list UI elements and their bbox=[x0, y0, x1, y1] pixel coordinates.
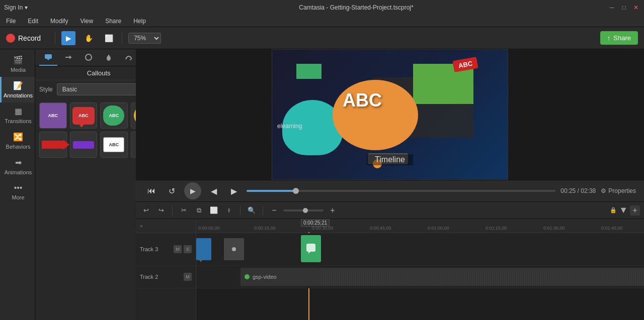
timeline-ruler: 0:00:00,00 0:00:15,00 0:00:30,00 0:00:45… bbox=[196, 219, 644, 233]
tl-divider2 bbox=[240, 206, 240, 215]
paste-button[interactable]: ⬜ bbox=[208, 204, 220, 217]
share-button[interactable]: ↑ Share bbox=[600, 31, 638, 45]
more-icon: ••• bbox=[14, 183, 23, 192]
tab-sketch[interactable] bbox=[120, 51, 138, 66]
time-slider[interactable] bbox=[247, 190, 555, 192]
minimize-button[interactable]: ─ bbox=[608, 4, 616, 12]
add-track-button[interactable]: + bbox=[630, 205, 640, 216]
redo-button[interactable]: ↪ bbox=[155, 204, 167, 217]
frame-back-button[interactable]: ◀ bbox=[206, 183, 221, 198]
menubar: File Edit Modify View Share Help bbox=[0, 15, 644, 27]
loop-button[interactable]: ↺ bbox=[164, 183, 179, 198]
track-2-mute[interactable]: M bbox=[184, 273, 192, 281]
content-area: 🎬 Media 📝 Annotations ▦ Transitions 🔀 Be… bbox=[0, 49, 644, 320]
sidebar-label-transitions: Transitions bbox=[5, 118, 31, 124]
animations-icon: ➡ bbox=[15, 158, 22, 167]
ruler-mark-75: 0:01:15,00 bbox=[486, 226, 507, 231]
tl-divider1 bbox=[172, 206, 173, 215]
properties-label: Properties bbox=[608, 187, 636, 194]
clip-blue[interactable] bbox=[196, 238, 211, 260]
svg-point-4 bbox=[86, 54, 92, 60]
sidebar-item-behaviors[interactable]: 🔀 Behaviors bbox=[0, 128, 35, 154]
track-3-solo[interactable]: S bbox=[184, 245, 192, 253]
zoom-in-button[interactable]: + bbox=[327, 204, 339, 217]
tab-callouts[interactable] bbox=[39, 51, 57, 66]
video-clip-label: gsp-video bbox=[253, 274, 277, 280]
sidebar-item-transitions[interactable]: ▦ Transitions bbox=[0, 102, 35, 128]
expand-icon[interactable]: ▼ bbox=[619, 205, 628, 216]
sidebar-item-animations[interactable]: ➡ Animations bbox=[0, 154, 35, 179]
maximize-button[interactable]: □ bbox=[620, 4, 628, 12]
track-3-controls: M S bbox=[174, 245, 192, 253]
sign-in-button[interactable]: Sign In ▾ bbox=[4, 4, 28, 11]
ruler-mark-105: 0:01:45,00 bbox=[601, 226, 623, 231]
menu-share[interactable]: Share bbox=[103, 17, 123, 26]
menu-file[interactable]: File bbox=[4, 17, 18, 26]
sidebar-item-annotations[interactable]: 📝 Annotations bbox=[0, 77, 35, 102]
tool-pan[interactable]: ✋ bbox=[82, 31, 96, 45]
playhead-box: 0:00:25;21 bbox=[301, 219, 330, 227]
media-icon: 🎬 bbox=[13, 55, 23, 65]
zoom-out-button[interactable]: − bbox=[268, 204, 280, 217]
callout-purple-rect[interactable]: ABC bbox=[39, 102, 67, 129]
annotations-icon: 📝 bbox=[13, 81, 23, 90]
callout-white-box[interactable]: ABC bbox=[100, 132, 128, 158]
properties-button[interactable]: ⚙ Properties bbox=[601, 187, 636, 194]
track-3-content: ▼ bbox=[196, 233, 644, 266]
sidebar-item-media[interactable]: 🎬 Media bbox=[0, 51, 35, 77]
split-button[interactable]: ⫳ bbox=[223, 204, 235, 217]
search-button[interactable]: 🔍 bbox=[246, 204, 258, 217]
playhead-time: 0:00:25;21 bbox=[303, 220, 327, 226]
callouts-tab-icon bbox=[44, 53, 52, 61]
sidebar-label-annotations: Annotations bbox=[4, 92, 33, 98]
track-header-dot: ● bbox=[140, 223, 143, 229]
preview-area: ABC ABC elearning Timeline bbox=[136, 49, 644, 180]
menu-modify[interactable]: Modify bbox=[48, 17, 70, 26]
close-button[interactable]: ✕ bbox=[632, 4, 640, 12]
callout-red-bubble[interactable]: ABC bbox=[70, 102, 98, 129]
svg-marker-6 bbox=[107, 54, 110, 57]
ruler-mark-45: 0:00:45,00 bbox=[370, 226, 391, 231]
callout-red-arrow[interactable] bbox=[39, 132, 67, 158]
cut-button[interactable]: ✂ bbox=[178, 204, 190, 217]
sidebar-label-more: More bbox=[12, 194, 25, 200]
step-back-button[interactable]: ⏮ bbox=[144, 183, 159, 198]
callout-purple-bar[interactable] bbox=[70, 132, 98, 158]
copy-button[interactable]: ⧉ bbox=[193, 204, 205, 217]
svg-rect-0 bbox=[45, 54, 52, 59]
menu-view[interactable]: View bbox=[78, 17, 95, 26]
track-lock-icon: 🔒 bbox=[610, 207, 617, 214]
zoom-slider[interactable] bbox=[283, 209, 324, 211]
tab-arrow[interactable] bbox=[59, 51, 77, 66]
track-3-mute[interactable]: M bbox=[174, 245, 182, 253]
preview-elearning: elearning bbox=[277, 123, 302, 130]
clip-dark[interactable] bbox=[224, 238, 244, 260]
record-button[interactable]: Record bbox=[6, 34, 41, 43]
undo-button[interactable]: ↩ bbox=[140, 204, 152, 217]
zoom-select[interactable]: 75% 50% 100% bbox=[128, 33, 161, 44]
clip-green-callout[interactable] bbox=[301, 235, 321, 262]
sidebar-item-more[interactable]: ••• More bbox=[0, 179, 35, 204]
menu-edit[interactable]: Edit bbox=[26, 17, 40, 26]
window-title: Camtasia - Getting-Started-Project.tscpr… bbox=[105, 4, 608, 11]
tab-drop[interactable] bbox=[100, 51, 118, 66]
add-track-container: 🔒 ▼ + bbox=[610, 205, 640, 216]
track-label-2: Track 2 M bbox=[136, 266, 196, 288]
menu-help[interactable]: Help bbox=[131, 17, 148, 26]
clip-video[interactable]: gsp-video bbox=[240, 268, 644, 286]
frame-fwd-button[interactable]: ▶ bbox=[226, 183, 242, 198]
tab-circle[interactable] bbox=[79, 51, 98, 66]
transitions-icon: ▦ bbox=[15, 106, 22, 116]
waveform bbox=[321, 268, 644, 286]
tool-select[interactable]: ▶ bbox=[61, 31, 75, 45]
play-button[interactable]: ▶ bbox=[184, 182, 201, 199]
callout-green-cloud[interactable]: ABC bbox=[100, 102, 128, 129]
sketch-tab-icon bbox=[125, 53, 133, 61]
clip-dot bbox=[232, 247, 236, 251]
circle-tab-icon bbox=[85, 53, 93, 61]
tool-crop[interactable]: ⬜ bbox=[102, 31, 116, 45]
preview-green-rect bbox=[296, 64, 321, 79]
track-3-expand[interactable]: ▼ bbox=[198, 258, 203, 263]
title-bar-left: Sign In ▾ bbox=[4, 4, 105, 11]
svg-marker-1 bbox=[47, 59, 50, 60]
